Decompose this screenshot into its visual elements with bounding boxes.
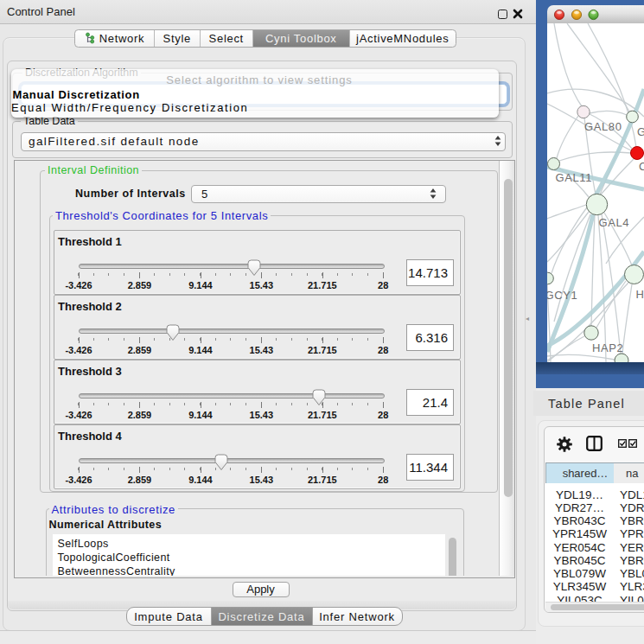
svg-text:GA: GA: [637, 125, 644, 138]
svg-text:HAP2: HAP2: [592, 341, 623, 354]
svg-text:GAL11: GAL11: [556, 171, 593, 184]
svg-text:GAL80: GAL80: [584, 120, 622, 133]
svg-text:C: C: [639, 160, 644, 173]
svg-text:GCY1: GCY1: [547, 289, 577, 302]
svg-text:GAL4: GAL4: [599, 216, 630, 229]
svg-text:H: H: [636, 288, 644, 301]
